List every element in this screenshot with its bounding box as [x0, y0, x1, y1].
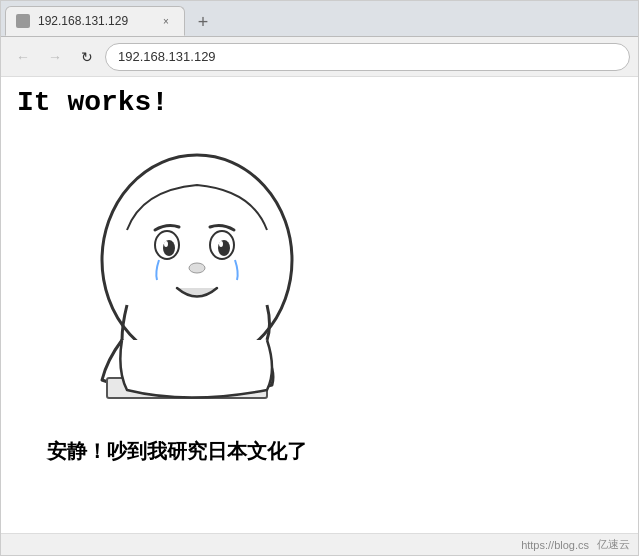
forward-icon: → [48, 49, 62, 65]
meme-caption: 安静！吵到我研究日本文化了 [47, 438, 307, 465]
svg-point-7 [189, 263, 205, 273]
address-bar[interactable] [105, 43, 630, 71]
tab-close-button[interactable]: × [158, 13, 174, 29]
svg-point-6 [219, 241, 223, 247]
tab-favicon [16, 14, 30, 28]
tab-bar: 192.168.131.129 × + [1, 1, 638, 37]
page-content: It works! [1, 77, 638, 533]
url-watermark: https://blog.cs [521, 539, 589, 551]
back-button[interactable]: ← [9, 43, 37, 71]
meme-container: 安静！吵到我研究日本文化了 [47, 130, 622, 465]
brand-watermark: 亿速云 [597, 537, 630, 552]
back-icon: ← [16, 49, 30, 65]
refresh-icon: ↻ [81, 49, 93, 65]
active-tab[interactable]: 192.168.131.129 × [5, 6, 185, 36]
nav-bar: ← → ↻ [1, 37, 638, 77]
meme-image [47, 130, 327, 430]
tab-title-label: 192.168.131.129 [38, 14, 150, 28]
svg-point-5 [164, 241, 168, 247]
forward-button[interactable]: → [41, 43, 69, 71]
new-tab-button[interactable]: + [189, 8, 217, 36]
svg-point-0 [102, 155, 292, 365]
browser-window: 192.168.131.129 × + ← → ↻ It works! [0, 0, 639, 556]
bottom-bar: https://blog.cs 亿速云 [1, 533, 638, 555]
refresh-button[interactable]: ↻ [73, 43, 101, 71]
page-heading: It works! [17, 87, 622, 118]
